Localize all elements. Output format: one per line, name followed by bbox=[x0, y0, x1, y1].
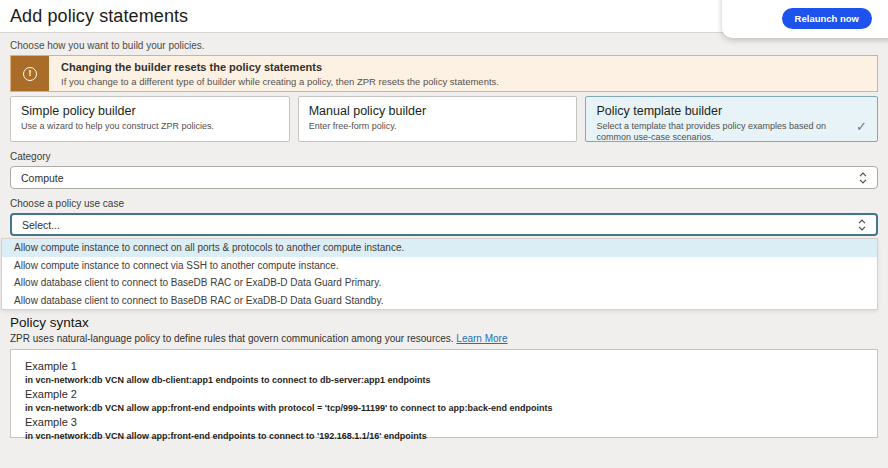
example-statement: in vcn-network:db VCN allow app:front-en… bbox=[25, 403, 863, 413]
builder-choice-subtitle: Choose how you want to build your polici… bbox=[10, 40, 878, 52]
card-title: Manual policy builder bbox=[309, 104, 567, 118]
policy-syntax-heading: Policy syntax bbox=[10, 315, 878, 330]
card-description: Use a wizard to help you construct ZPR p… bbox=[21, 121, 279, 132]
card-description: Select a template that provides policy e… bbox=[596, 121, 867, 144]
example-statement: in vcn-network:db VCN allow db-client:ap… bbox=[25, 375, 863, 385]
use-case-option[interactable]: Allow compute instance to connect on all… bbox=[2, 239, 877, 257]
use-case-option[interactable]: Allow database client to connect to Base… bbox=[2, 292, 877, 310]
example-label: Example 1 bbox=[25, 360, 863, 372]
use-case-select-value: Select... bbox=[22, 219, 60, 231]
use-case-label: Choose a policy use case bbox=[10, 198, 878, 210]
use-case-option[interactable]: Allow compute instance to connect via SS… bbox=[2, 257, 877, 275]
card-title: Simple policy builder bbox=[21, 104, 279, 118]
category-select[interactable]: Compute bbox=[10, 166, 878, 189]
relaunch-popup: Relaunch now bbox=[722, 0, 888, 38]
card-description: Enter free-form policy. bbox=[309, 121, 567, 132]
exclamation-circle-icon: ! bbox=[23, 67, 37, 81]
warning-body: If you change to a different type of bui… bbox=[61, 76, 499, 87]
builder-cards-row: Simple policy builder Use a wizard to he… bbox=[10, 96, 878, 142]
example-label: Example 3 bbox=[25, 416, 863, 428]
card-title: Policy template builder bbox=[596, 104, 867, 118]
card-simple-policy-builder[interactable]: Simple policy builder Use a wizard to he… bbox=[10, 96, 290, 142]
warning-text: Changing the builder resets the policy s… bbox=[49, 56, 511, 91]
use-case-option[interactable]: Allow database client to connect to Base… bbox=[2, 274, 877, 292]
policy-examples-box: Example 1 in vcn-network:db VCN allow db… bbox=[10, 349, 878, 438]
use-case-options-panel: Allow compute instance to connect on all… bbox=[1, 238, 878, 310]
warning-banner: ! Changing the builder resets the policy… bbox=[10, 55, 878, 92]
card-manual-policy-builder[interactable]: Manual policy builder Enter free-form po… bbox=[298, 96, 578, 142]
select-spinner-icon bbox=[859, 171, 867, 184]
policy-syntax-description-text: ZPR uses natural-language policy to defi… bbox=[10, 333, 454, 344]
select-spinner-icon bbox=[858, 218, 866, 231]
checkmark-icon: ✓ bbox=[856, 120, 867, 133]
example-statement: in vcn-network:db VCN allow app:front-en… bbox=[25, 431, 863, 441]
use-case-select[interactable]: Select... bbox=[10, 213, 878, 236]
relaunch-now-button[interactable]: Relaunch now bbox=[782, 8, 872, 29]
learn-more-link[interactable]: Learn More bbox=[456, 333, 507, 344]
main-content: Choose how you want to build your polici… bbox=[0, 40, 888, 438]
page-header: Add policy statements Relaunch now bbox=[0, 0, 888, 33]
warning-icon-block: ! bbox=[11, 56, 49, 91]
card-policy-template-builder[interactable]: Policy template builder Select a templat… bbox=[585, 96, 878, 142]
warning-title: Changing the builder resets the policy s… bbox=[61, 61, 499, 73]
category-label: Category bbox=[10, 151, 878, 163]
example-label: Example 2 bbox=[25, 388, 863, 400]
policy-syntax-description: ZPR uses natural-language policy to defi… bbox=[10, 333, 878, 344]
category-select-value: Compute bbox=[21, 172, 64, 184]
